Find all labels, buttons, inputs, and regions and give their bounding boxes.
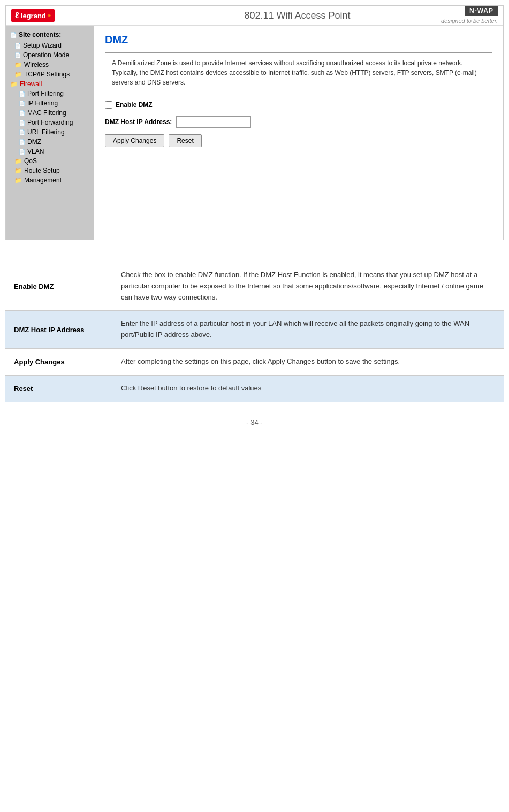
sidebar-label: QoS xyxy=(24,157,37,165)
router-ui: ℓ legrand ® 802.11 Wifi Access Point N-W… xyxy=(5,5,504,240)
button-row: Apply Changes Reset xyxy=(105,134,492,147)
sidebar-label: TCP/IP Settings xyxy=(24,71,70,78)
sidebar-label: URL Filtering xyxy=(27,128,65,136)
desc-term: Enable DMZ xyxy=(5,262,112,311)
sidebar-label: DMZ xyxy=(27,138,41,145)
main-content: DMZ A Demilitarized Zone is used to prov… xyxy=(94,26,503,240)
page-icon: 📄 xyxy=(19,149,25,155)
sidebar-item-setup-wizard[interactable]: 📄 Setup Wizard xyxy=(6,41,94,50)
sidebar-label: Route Setup xyxy=(24,167,60,174)
sidebar-item-vlan[interactable]: 📄 VLAN xyxy=(6,147,94,156)
desc-definition: After completing the settings on this pa… xyxy=(112,348,504,375)
page-icon: 📄 xyxy=(19,91,25,97)
desc-definition: Enter the IP address of a particular hos… xyxy=(112,311,504,349)
sidebar-title: 📄 Site contents: xyxy=(6,30,94,41)
page-icon: 📄 xyxy=(14,52,21,58)
sidebar-item-port-forwarding[interactable]: 📄 Port Forwarding xyxy=(6,118,94,127)
apply-changes-button[interactable]: Apply Changes xyxy=(105,134,164,147)
page-footer: - 34 - xyxy=(0,402,509,437)
logo-area: ℓ legrand ® xyxy=(11,9,97,22)
page-title: DMZ xyxy=(105,34,492,46)
desc-term: Apply Changes xyxy=(5,348,112,375)
page-icon: 📄 xyxy=(19,120,25,126)
sidebar-item-wireless[interactable]: 📁 Wireless xyxy=(6,60,94,70)
sidebar-item-mac-filtering[interactable]: 📄 MAC Filtering xyxy=(6,108,94,118)
desc-term: DMZ Host IP Address xyxy=(5,311,112,349)
description-text: A Demilitarized Zone is used to provide … xyxy=(112,59,477,86)
sidebar-item-dmz[interactable]: 📄 DMZ xyxy=(6,137,94,147)
logo-l-icon: ℓ xyxy=(15,11,19,20)
sidebar-item-firewall[interactable]: 📁 Firewall xyxy=(6,79,94,89)
sidebar-item-ip-filtering[interactable]: 📄 IP Filtering xyxy=(6,98,94,108)
section-divider xyxy=(5,251,504,251)
desc-definition: Check the box to enable DMZ function. If… xyxy=(112,262,504,311)
description-table: Enable DMZCheck the box to enable DMZ fu… xyxy=(5,262,504,402)
sidebar-label: Management xyxy=(24,177,62,184)
sidebar-item-qos[interactable]: 📁 QoS xyxy=(6,156,94,166)
sidebar-item-url-filtering[interactable]: 📄 URL Filtering xyxy=(6,127,94,137)
sidebar-label: Setup Wizard xyxy=(23,42,62,49)
logo-trademark: ® xyxy=(48,13,51,18)
sidebar: 📄 Site contents: 📄 Setup Wizard 📄 Operat… xyxy=(6,26,94,240)
header-title: 802.11 Wifi Access Point xyxy=(97,10,498,21)
folder-icon: 📁 xyxy=(14,167,22,174)
sidebar-label: Port Filtering xyxy=(27,90,64,97)
folder-icon: 📁 xyxy=(14,71,22,78)
page-number: - 34 - xyxy=(246,418,262,426)
enable-dmz-row: Enable DMZ xyxy=(105,101,492,109)
sidebar-label: Port Forwarding xyxy=(27,119,73,126)
router-body: 📄 Site contents: 📄 Setup Wizard 📄 Operat… xyxy=(6,26,503,240)
page-icon: 📄 xyxy=(19,139,25,145)
page-icon: 📄 xyxy=(19,101,25,106)
tagline: designed to be better. xyxy=(441,18,498,24)
sidebar-item-port-filtering[interactable]: 📄 Port Filtering xyxy=(6,89,94,98)
enable-dmz-label: Enable DMZ xyxy=(116,101,153,109)
sidebar-label: IP Filtering xyxy=(27,99,58,107)
sidebar-item-management[interactable]: 📁 Management xyxy=(6,175,94,185)
page-icon: 📄 xyxy=(19,110,25,116)
sidebar-label: Operation Mode xyxy=(23,51,69,59)
logo-text: legrand xyxy=(21,12,46,20)
legrand-logo: ℓ legrand ® xyxy=(11,9,55,22)
dmz-host-ip-row: DMZ Host IP Address: xyxy=(105,116,492,128)
folder-red-icon: 📁 xyxy=(10,81,18,88)
folder-icon: 📁 xyxy=(14,62,22,68)
reset-button[interactable]: Reset xyxy=(169,134,201,147)
desc-definition: Click Reset button to restore to default… xyxy=(112,375,504,402)
dmz-host-ip-input[interactable] xyxy=(176,116,251,128)
sidebar-label: MAC Filtering xyxy=(27,109,66,117)
site-icon: 📄 xyxy=(10,32,17,38)
folder-icon: 📁 xyxy=(14,177,22,184)
page-icon: 📄 xyxy=(14,43,21,49)
description-box: A Demilitarized Zone is used to provide … xyxy=(105,52,492,93)
folder-icon: 📁 xyxy=(14,158,22,165)
nwap-badge: N-WAP xyxy=(465,6,498,16)
sidebar-label: Firewall xyxy=(20,80,42,88)
router-header: ℓ legrand ® 802.11 Wifi Access Point N-W… xyxy=(6,6,503,26)
enable-dmz-checkbox[interactable] xyxy=(105,101,112,109)
sidebar-label: Wireless xyxy=(24,61,49,68)
sidebar-label: VLAN xyxy=(27,148,44,155)
sidebar-item-operation-mode[interactable]: 📄 Operation Mode xyxy=(6,50,94,60)
page-icon: 📄 xyxy=(19,129,25,135)
dmz-host-ip-label: DMZ Host IP Address: xyxy=(105,118,172,126)
sidebar-item-tcpip[interactable]: 📁 TCP/IP Settings xyxy=(6,70,94,79)
sidebar-item-route-setup[interactable]: 📁 Route Setup xyxy=(6,166,94,175)
desc-term: Reset xyxy=(5,375,112,402)
